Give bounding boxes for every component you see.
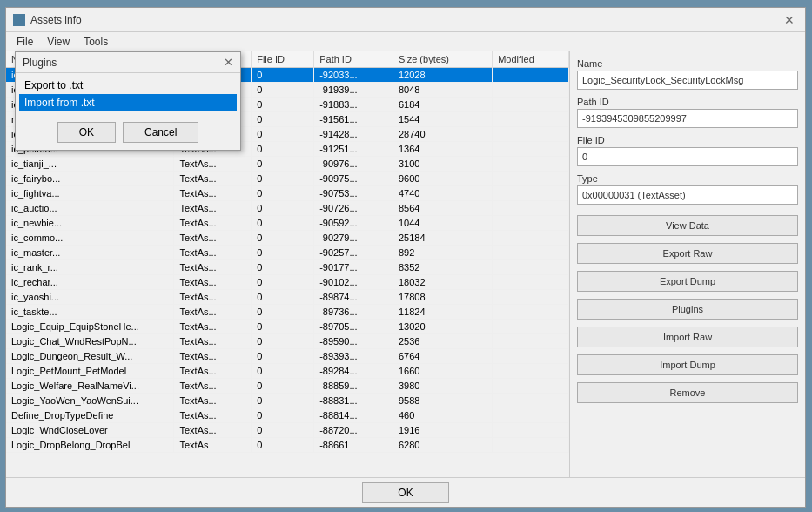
name-input[interactable] (577, 71, 798, 90)
table-cell-type: TextAs (174, 438, 252, 453)
table-cell-path_id: -91561... (314, 112, 393, 127)
window-title: Assets info (30, 14, 82, 26)
table-cell-path_id: -91939... (314, 83, 393, 98)
table-cell-modified (493, 127, 569, 142)
table-cell-size: 2536 (393, 334, 492, 349)
table-cell-type: TextAs... (174, 349, 252, 364)
table-cell-size: 1916 (393, 423, 492, 438)
table-cell-modified (493, 423, 569, 438)
table-row[interactable]: ic_taskte...TextAs...0-89736...11824 (6, 305, 569, 320)
col-header-pathid[interactable]: Path ID (314, 51, 393, 68)
table-row[interactable]: ic_master...TextAs...0-90257...892 (6, 246, 569, 260)
pathid-field-group: Path ID (577, 97, 798, 128)
menu-view[interactable]: View (42, 34, 75, 50)
menu-tools[interactable]: Tools (78, 34, 113, 50)
fileid-input[interactable] (577, 147, 798, 166)
table-cell-modified (493, 172, 569, 186)
table-cell-modified (493, 246, 569, 260)
menu-file[interactable]: File (11, 34, 38, 50)
remove-button[interactable]: Remove (577, 382, 798, 403)
table-row[interactable]: ic_rechar...TextAs...0-90102...18032 (6, 275, 569, 290)
col-header-size[interactable]: Size (bytes) (393, 51, 492, 68)
table-cell-file_id: 0 (252, 320, 314, 334)
table-cell-size: 9588 (393, 394, 492, 408)
table-cell-path_id: -91251... (314, 142, 393, 157)
table-cell-size: 460 (393, 408, 492, 423)
table-cell-file_id: 0 (252, 142, 314, 157)
table-cell-modified (493, 408, 569, 423)
table-cell-modified (493, 112, 569, 127)
table-row[interactable]: ic_commo...TextAs...0-90279...25184 (6, 231, 569, 246)
table-cell-modified (493, 379, 569, 394)
table-row[interactable]: ic_fightva...TextAs...0-90753...4740 (6, 186, 569, 201)
import-dump-button[interactable]: Import Dump (577, 354, 798, 375)
table-cell-type: TextAs... (174, 423, 252, 438)
import-raw-button[interactable]: Import Raw (577, 327, 798, 347)
table-row[interactable]: Logic_PetMount_PetModelTextAs...0-89284.… (6, 364, 569, 379)
table-cell-path_id: -92033... (314, 68, 393, 83)
pathid-input[interactable] (577, 109, 798, 128)
table-row[interactable]: Logic_Equip_EquipStoneHe...TextAs...0-89… (6, 320, 569, 334)
popup-ok-button[interactable]: OK (57, 122, 116, 143)
view-data-button[interactable]: View Data (577, 215, 798, 236)
table-cell-name: ic_yaoshi... (6, 290, 174, 305)
table-row[interactable]: Logic_Dungeon_Result_W...TextAs...0-8939… (6, 349, 569, 364)
close-button[interactable]: ✕ (781, 11, 798, 29)
table-cell-type: TextAs... (174, 275, 252, 290)
table-cell-modified (493, 364, 569, 379)
plugins-button[interactable]: Plugins (577, 299, 798, 320)
table-row[interactable]: Logic_Welfare_RealNameVi...TextAs...0-88… (6, 379, 569, 394)
table-cell-name: Logic_YaoWen_YaoWenSui... (6, 394, 174, 408)
type-input[interactable] (577, 185, 798, 205)
table-cell-path_id: -90976... (314, 157, 393, 172)
table-cell-type: TextAs... (174, 157, 252, 172)
table-cell-type: TextAs... (174, 364, 252, 379)
table-row[interactable]: Logic_Chat_WndRestPopN...TextAs...0-8959… (6, 334, 569, 349)
table-cell-path_id: -90592... (314, 216, 393, 231)
table-cell-size: 11824 (393, 305, 492, 320)
table-cell-modified (493, 290, 569, 305)
table-cell-type: TextAs... (174, 231, 252, 246)
table-cell-file_id: 0 (252, 98, 314, 112)
table-cell-file_id: 0 (252, 83, 314, 98)
plugin-item-import[interactable]: Import from .txt (19, 94, 237, 111)
popup-close-button[interactable]: ✕ (224, 56, 233, 69)
table-row[interactable]: ic_rank_r...TextAs...0-90177...8352 (6, 260, 569, 275)
table-cell-size: 12028 (393, 68, 492, 83)
table-row[interactable]: Logic_WndCloseLoverTextAs...0-88720...19… (6, 423, 569, 438)
export-dump-button[interactable]: Export Dump (577, 271, 798, 292)
table-row[interactable]: ic_fairybo...TextAs...0-90975...9600 (6, 172, 569, 186)
ok-button[interactable]: OK (362, 482, 448, 503)
table-row[interactable]: ic_tianji_...TextAs...0-90976...3100 (6, 157, 569, 172)
table-row[interactable]: ic_yaoshi...TextAs...0-89874...17808 (6, 290, 569, 305)
table-cell-size: 1364 (393, 142, 492, 157)
table-cell-path_id: -90102... (314, 275, 393, 290)
table-row[interactable]: Define_DropTypeDefineTextAs...0-88814...… (6, 408, 569, 423)
table-cell-file_id: 0 (252, 334, 314, 349)
popup-title-bar: Plugins ✕ (16, 52, 240, 73)
table-cell-modified (493, 98, 569, 112)
table-cell-name: ic_commo... (6, 231, 174, 246)
table-row[interactable]: ic_auctio...TextAs...0-90726...8564 (6, 201, 569, 216)
popup-cancel-button[interactable]: Cancel (123, 122, 198, 143)
table-row[interactable]: Logic_YaoWen_YaoWenSui...TextAs...0-8883… (6, 394, 569, 408)
plugins-popup: Plugins ✕ Export to .txt Import from .tx… (15, 51, 241, 151)
table-cell-name: Logic_DropBelong_DropBel (6, 438, 174, 453)
table-cell-path_id: -88859... (314, 379, 393, 394)
col-header-fileid[interactable]: File ID (252, 51, 314, 68)
table-row[interactable]: Logic_DropBelong_DropBelTextAs0-88661628… (6, 438, 569, 453)
export-raw-button[interactable]: Export Raw (577, 243, 798, 264)
table-cell-file_id: 0 (252, 127, 314, 142)
table-cell-size: 17808 (393, 290, 492, 305)
table-cell-file_id: 0 (252, 349, 314, 364)
table-cell-type: TextAs... (174, 305, 252, 320)
table-row[interactable]: ic_newbie...TextAs...0-90592...1044 (6, 216, 569, 231)
table-cell-name: ic_rank_r... (6, 260, 174, 275)
table-cell-type: TextAs... (174, 320, 252, 334)
table-cell-modified (493, 320, 569, 334)
type-field-group: Type (577, 173, 798, 205)
table-cell-modified (493, 142, 569, 157)
plugin-item-export[interactable]: Export to .txt (19, 77, 237, 94)
table-cell-name: ic_fightva... (6, 186, 174, 201)
col-header-modified[interactable]: Modified (493, 51, 569, 68)
